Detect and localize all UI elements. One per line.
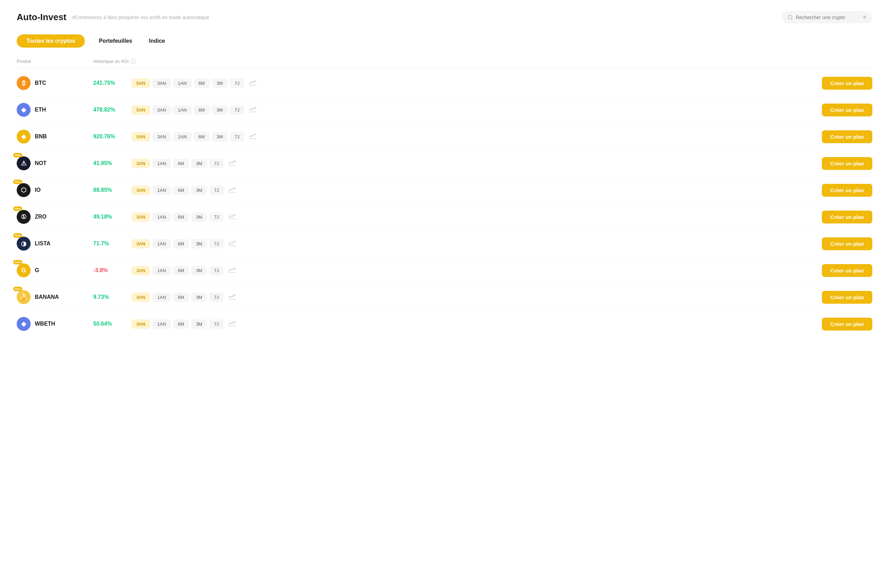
time-btn-6m-banana[interactable]: 6M [173, 292, 189, 302]
time-btn-3m-btc[interactable]: 3M [212, 78, 228, 88]
time-btn-3an-zro[interactable]: 3AN [131, 212, 150, 222]
time-btn-1an-banana[interactable]: 1AN [152, 292, 171, 302]
create-plan-btn-btc[interactable]: Créer un plan [822, 77, 872, 90]
coin-info-wbeth: ◆WBETH [17, 317, 93, 331]
time-btn-3m-wbeth[interactable]: 3M [191, 320, 207, 329]
time-btn-5an-bnb[interactable]: 5AN [131, 132, 150, 141]
time-btn-3an-not[interactable]: 3AN [131, 159, 150, 168]
time-btn-6m-lista[interactable]: 6M [173, 239, 189, 249]
time-btn-3m-bnb[interactable]: 3M [212, 132, 228, 141]
create-plan-btn-banana[interactable]: Créer un plan [822, 291, 872, 304]
new-badge-zro: New [13, 206, 22, 211]
time-btn-1an-not[interactable]: 1AN [152, 159, 171, 168]
time-btn-3an-io[interactable]: 3AN [131, 186, 150, 195]
time-btn-7j-g[interactable]: 7J [209, 266, 224, 275]
time-btn-1an-lista[interactable]: 1AN [152, 239, 171, 249]
search-input[interactable] [796, 15, 859, 20]
time-btn-7j-bnb[interactable]: 7J [230, 132, 245, 141]
time-btn-3m-banana[interactable]: 3M [191, 292, 207, 302]
time-btn-5an-eth[interactable]: 5AN [131, 105, 150, 115]
time-btn-7j-wbeth[interactable]: 7J [209, 320, 224, 329]
time-btn-3an-lista[interactable]: 3AN [131, 239, 150, 249]
chart-icon-not[interactable] [229, 159, 236, 167]
time-btn-7j-eth[interactable]: 7J [230, 105, 245, 115]
time-btn-3m-not[interactable]: 3M [191, 159, 207, 168]
create-plan-btn-g[interactable]: Créer un plan [822, 264, 872, 277]
chart-icon-g[interactable] [229, 267, 236, 274]
time-btn-1an-eth[interactable]: 1AN [173, 105, 191, 115]
time-filters-banana: 3AN1AN6M3M7J [131, 292, 822, 302]
time-btn-6m-g[interactable]: 6M [173, 266, 189, 275]
time-btn-6m-eth[interactable]: 6M [194, 105, 210, 115]
chart-icon-io[interactable] [229, 186, 236, 194]
chart-icon-eth[interactable] [249, 106, 257, 114]
time-btn-3an-btc[interactable]: 3AN [152, 78, 171, 88]
header-left: Auto-Invest #Commencez à faire prospérer… [17, 12, 209, 22]
time-btn-7j-zro[interactable]: 7J [209, 212, 224, 222]
coin-pct-wbeth: 50.64% [93, 321, 131, 327]
time-btn-1an-bnb[interactable]: 1AN [173, 132, 191, 141]
time-btn-7j-btc[interactable]: 7J [230, 78, 245, 88]
time-filters-zro: 3AN1AN6M3M7J [131, 212, 822, 222]
coin-info-g: NewGG [17, 263, 93, 278]
chart-icon-wbeth[interactable] [229, 320, 236, 328]
tab-portefeuilles[interactable]: Portefeuilles [96, 34, 135, 48]
tab-all-cryptos[interactable]: Toutes les cryptos [17, 34, 85, 48]
time-btn-3an-g[interactable]: 3AN [131, 266, 150, 275]
time-btn-7j-banana[interactable]: 7J [209, 292, 224, 302]
time-btn-3an-bnb[interactable]: 3AN [152, 132, 171, 141]
subtitle: #Commencez à faire prospérer vos actifs … [72, 15, 209, 20]
time-btn-3m-eth[interactable]: 3M [212, 105, 228, 115]
chart-icon-bnb[interactable] [249, 133, 257, 140]
time-btn-6m-not[interactable]: 6M [173, 159, 189, 168]
create-plan-btn-not[interactable]: Créer un plan [822, 157, 872, 170]
chart-icon-zro[interactable] [229, 213, 236, 220]
create-plan-btn-zro[interactable]: Créer un plan [822, 211, 872, 224]
time-btn-3an-banana[interactable]: 3AN [131, 292, 150, 302]
time-btn-3m-g[interactable]: 3M [191, 266, 207, 275]
coin-icon-banana: 🍌 [17, 290, 31, 304]
coin-icon-btc: ₿ [17, 76, 31, 90]
tab-indice[interactable]: Indice [146, 34, 168, 48]
coin-icon-zro: ① [17, 210, 31, 224]
create-plan-btn-lista[interactable]: Créer un plan [822, 237, 872, 250]
time-btn-6m-btc[interactable]: 6M [194, 78, 210, 88]
coin-info-bnb: ◈BNB [17, 130, 93, 144]
coin-info-zro: New①ZRO [17, 210, 93, 224]
time-btn-7j-lista[interactable]: 7J [209, 239, 224, 249]
search-clear-icon[interactable]: ✕ [862, 14, 867, 21]
time-btn-3m-zro[interactable]: 3M [191, 212, 207, 222]
time-filters-not: 3AN1AN6M3M7J [131, 159, 822, 168]
coin-name-btc: BTC [35, 80, 46, 86]
time-btn-1an-io[interactable]: 1AN [152, 186, 171, 195]
chart-icon-lista[interactable] [229, 240, 236, 248]
coin-icon-not: ⚠ [17, 156, 31, 170]
create-plan-btn-wbeth[interactable]: Créer un plan [822, 318, 872, 330]
time-btn-1an-btc[interactable]: 1AN [173, 78, 191, 88]
create-plan-btn-eth[interactable]: Créer un plan [822, 104, 872, 116]
create-plan-btn-bnb[interactable]: Créer un plan [822, 130, 872, 143]
time-btn-1an-wbeth[interactable]: 1AN [152, 320, 171, 329]
time-btn-1an-zro[interactable]: 1AN [152, 212, 171, 222]
time-btn-6m-bnb[interactable]: 6M [194, 132, 210, 141]
coin-icon-g: G [17, 263, 31, 278]
time-btn-3m-lista[interactable]: 3M [191, 239, 207, 249]
time-btn-3m-io[interactable]: 3M [191, 186, 207, 195]
time-filters-eth: 5AN3AN1AN6M3M7J [131, 105, 822, 115]
coin-icon-io: ⬡ [17, 183, 31, 197]
coin-name-g: G [35, 267, 39, 273]
create-plan-btn-io[interactable]: Créer un plan [822, 184, 872, 197]
chart-icon-banana[interactable] [229, 293, 236, 301]
table-row: New🍌BANANA9.73%3AN1AN6M3M7JCréer un plan [17, 284, 872, 310]
time-btn-3an-eth[interactable]: 3AN [152, 105, 171, 115]
time-btn-6m-zro[interactable]: 6M [173, 212, 189, 222]
time-btn-6m-wbeth[interactable]: 6M [173, 320, 189, 329]
time-btn-5an-btc[interactable]: 5AN [131, 78, 150, 88]
time-btn-7j-not[interactable]: 7J [209, 159, 224, 168]
coin-icon-wrap-zro: New① [17, 210, 31, 224]
time-btn-7j-io[interactable]: 7J [209, 186, 224, 195]
time-btn-6m-io[interactable]: 6M [173, 186, 189, 195]
time-btn-3an-wbeth[interactable]: 3AN [131, 320, 150, 329]
chart-icon-btc[interactable] [249, 79, 257, 87]
time-btn-1an-g[interactable]: 1AN [152, 266, 171, 275]
